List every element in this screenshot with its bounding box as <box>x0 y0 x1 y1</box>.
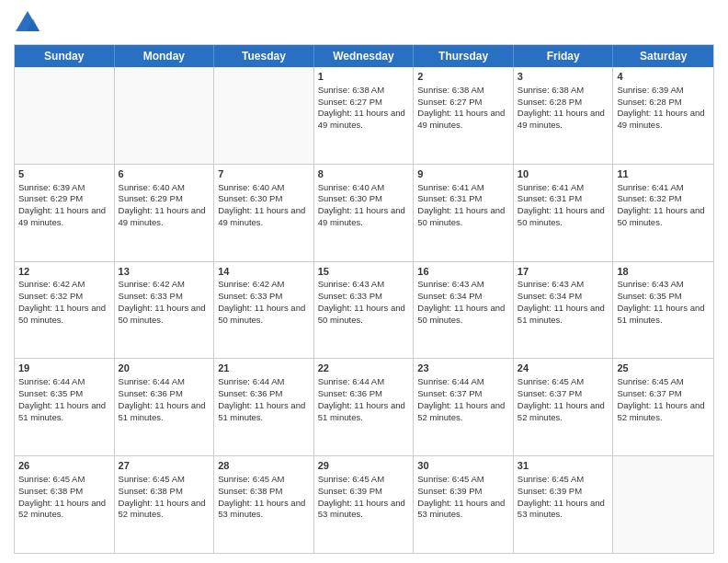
day-info: Sunrise: 6:38 AM <box>518 85 609 97</box>
calendar-cell: 28Sunrise: 6:45 AMSunset: 6:38 PMDayligh… <box>214 456 314 553</box>
day-info: Daylight: 11 hours and 51 minutes. <box>18 400 110 424</box>
day-number: 28 <box>218 459 310 473</box>
day-number: 2 <box>417 70 509 84</box>
calendar-cell: 12Sunrise: 6:42 AMSunset: 6:32 PMDayligh… <box>15 262 115 359</box>
day-info: Sunset: 6:28 PM <box>518 97 609 109</box>
day-info: Daylight: 11 hours and 49 minutes. <box>417 108 509 132</box>
day-number: 6 <box>119 167 210 181</box>
calendar-cell: 31Sunrise: 6:45 AMSunset: 6:39 PMDayligh… <box>514 456 614 553</box>
day-number: 23 <box>417 362 509 375</box>
day-info: Daylight: 11 hours and 53 minutes. <box>518 498 609 522</box>
day-info: Sunrise: 6:45 AM <box>318 474 410 486</box>
calendar-cell: 4Sunrise: 6:39 AMSunset: 6:28 PMDaylight… <box>613 67 713 164</box>
day-info: Daylight: 11 hours and 50 minutes. <box>119 303 210 327</box>
day-info: Daylight: 11 hours and 52 minutes. <box>119 498 210 522</box>
calendar-cell: 1Sunrise: 6:38 AMSunset: 6:27 PMDaylight… <box>314 67 415 164</box>
calendar-cell: 21Sunrise: 6:44 AMSunset: 6:36 PMDayligh… <box>214 359 314 455</box>
weekday-header: Tuesday <box>214 45 314 67</box>
day-number: 17 <box>518 265 609 279</box>
day-info: Daylight: 11 hours and 52 minutes. <box>18 498 110 522</box>
day-info: Daylight: 11 hours and 49 minutes. <box>218 205 310 229</box>
page: SundayMondayTuesdayWednesdayThursdayFrid… <box>0 0 728 563</box>
calendar: SundayMondayTuesdayWednesdayThursdayFrid… <box>14 44 714 554</box>
day-number: 13 <box>119 265 210 279</box>
day-number: 9 <box>417 167 509 181</box>
calendar-cell: 29Sunrise: 6:45 AMSunset: 6:39 PMDayligh… <box>314 456 415 553</box>
day-info: Daylight: 11 hours and 52 minutes. <box>417 400 509 424</box>
calendar-header: SundayMondayTuesdayWednesdayThursdayFrid… <box>15 45 713 67</box>
day-info: Sunset: 6:34 PM <box>518 291 609 303</box>
calendar-cell: 5Sunrise: 6:39 AMSunset: 6:29 PMDaylight… <box>15 165 115 261</box>
weekday-header: Wednesday <box>314 45 415 67</box>
calendar-row: 12Sunrise: 6:42 AMSunset: 6:32 PMDayligh… <box>15 262 713 360</box>
day-info: Sunrise: 6:43 AM <box>318 279 410 291</box>
day-info: Sunset: 6:37 PM <box>518 388 609 400</box>
day-info: Daylight: 11 hours and 51 minutes. <box>318 400 410 424</box>
day-info: Sunrise: 6:45 AM <box>518 376 609 388</box>
day-number: 20 <box>119 362 210 375</box>
day-info: Sunrise: 6:44 AM <box>18 376 110 388</box>
day-info: Sunrise: 6:45 AM <box>119 474 210 486</box>
day-info: Sunrise: 6:40 AM <box>218 182 310 194</box>
day-info: Daylight: 11 hours and 52 minutes. <box>518 400 609 424</box>
day-number: 21 <box>218 362 310 375</box>
day-number: 16 <box>417 265 509 279</box>
day-info: Sunset: 6:33 PM <box>218 291 310 303</box>
day-info: Daylight: 11 hours and 51 minutes. <box>617 303 710 327</box>
day-number: 19 <box>18 362 110 375</box>
logo <box>14 9 43 37</box>
calendar-cell: 3Sunrise: 6:38 AMSunset: 6:28 PMDaylight… <box>514 67 614 164</box>
day-info: Sunset: 6:27 PM <box>417 97 509 109</box>
calendar-cell: 11Sunrise: 6:41 AMSunset: 6:32 PMDayligh… <box>613 165 713 261</box>
day-info: Sunset: 6:38 PM <box>119 486 210 498</box>
calendar-cell: 2Sunrise: 6:38 AMSunset: 6:27 PMDaylight… <box>414 67 514 164</box>
calendar-cell: 25Sunrise: 6:45 AMSunset: 6:37 PMDayligh… <box>613 359 713 455</box>
day-info: Daylight: 11 hours and 49 minutes. <box>318 108 410 132</box>
day-info: Daylight: 11 hours and 49 minutes. <box>617 108 710 132</box>
day-info: Sunrise: 6:43 AM <box>417 279 509 291</box>
calendar-cell <box>613 456 713 553</box>
day-info: Sunset: 6:29 PM <box>18 193 110 205</box>
day-number: 26 <box>18 459 110 473</box>
day-number: 24 <box>518 362 609 375</box>
day-number: 27 <box>119 459 210 473</box>
day-info: Sunrise: 6:39 AM <box>18 182 110 194</box>
day-info: Sunrise: 6:38 AM <box>318 85 410 97</box>
calendar-cell: 23Sunrise: 6:44 AMSunset: 6:37 PMDayligh… <box>414 359 514 455</box>
calendar-row: 5Sunrise: 6:39 AMSunset: 6:29 PMDaylight… <box>15 165 713 262</box>
day-info: Sunset: 6:33 PM <box>119 291 210 303</box>
weekday-header: Sunday <box>15 45 115 67</box>
day-number: 10 <box>518 167 609 181</box>
day-number: 14 <box>218 265 310 279</box>
day-info: Sunset: 6:36 PM <box>119 388 210 400</box>
day-info: Sunset: 6:27 PM <box>318 97 410 109</box>
day-info: Sunrise: 6:42 AM <box>18 279 110 291</box>
calendar-cell <box>115 67 215 164</box>
day-info: Sunset: 6:36 PM <box>218 388 310 400</box>
day-number: 8 <box>318 167 410 181</box>
calendar-cell: 9Sunrise: 6:41 AMSunset: 6:31 PMDaylight… <box>414 165 514 261</box>
day-info: Sunset: 6:32 PM <box>18 291 110 303</box>
day-info: Daylight: 11 hours and 49 minutes. <box>119 205 210 229</box>
weekday-header: Saturday <box>613 45 713 67</box>
day-info: Sunrise: 6:44 AM <box>318 376 410 388</box>
day-info: Sunset: 6:38 PM <box>18 486 110 498</box>
day-info: Sunset: 6:31 PM <box>518 193 609 205</box>
calendar-cell: 13Sunrise: 6:42 AMSunset: 6:33 PMDayligh… <box>115 262 215 359</box>
day-info: Sunrise: 6:42 AM <box>119 279 210 291</box>
day-info: Daylight: 11 hours and 49 minutes. <box>318 205 410 229</box>
day-number: 22 <box>318 362 410 375</box>
day-info: Sunset: 6:35 PM <box>617 291 710 303</box>
day-info: Sunrise: 6:41 AM <box>518 182 609 194</box>
weekday-header: Monday <box>115 45 215 67</box>
day-info: Sunrise: 6:38 AM <box>417 85 509 97</box>
day-info: Sunset: 6:38 PM <box>218 486 310 498</box>
calendar-cell: 7Sunrise: 6:40 AMSunset: 6:30 PMDaylight… <box>214 165 314 261</box>
day-info: Sunrise: 6:43 AM <box>617 279 710 291</box>
day-number: 5 <box>18 167 110 181</box>
day-info: Daylight: 11 hours and 50 minutes. <box>318 303 410 327</box>
calendar-cell: 10Sunrise: 6:41 AMSunset: 6:31 PMDayligh… <box>514 165 614 261</box>
calendar-cell: 30Sunrise: 6:45 AMSunset: 6:39 PMDayligh… <box>414 456 514 553</box>
day-number: 29 <box>318 459 410 473</box>
day-info: Sunset: 6:37 PM <box>417 388 509 400</box>
